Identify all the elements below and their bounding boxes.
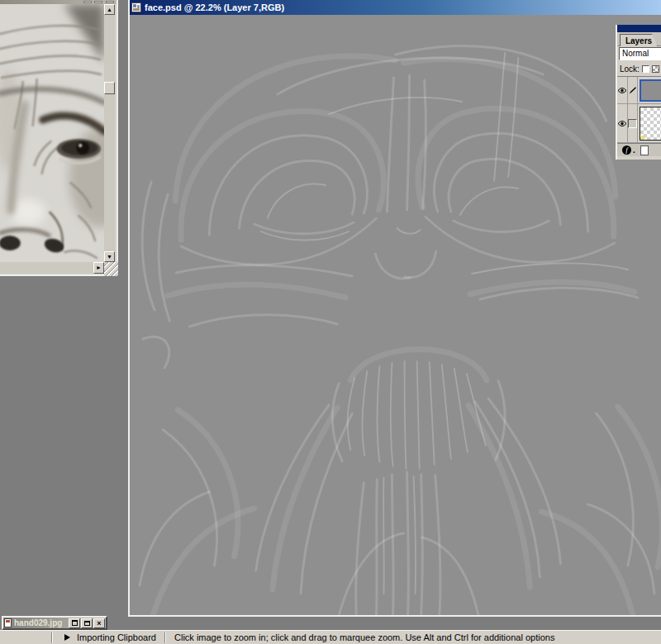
layer-row[interactable] bbox=[617, 104, 661, 143]
maximize-button[interactable] bbox=[81, 618, 93, 628]
eye-icon bbox=[617, 87, 627, 94]
fx-dot: . bbox=[633, 145, 635, 155]
scroll-down-arrow-icon[interactable]: ▼ bbox=[104, 251, 115, 262]
layers-palette: Layers Normal Lock: bbox=[616, 25, 661, 160]
vertical-scrollbar[interactable]: ▲ ▼ bbox=[104, 4, 115, 262]
lock-row: Lock: bbox=[617, 62, 661, 76]
active-paint-indicator bbox=[628, 77, 638, 103]
layer-row-selected[interactable] bbox=[617, 77, 661, 104]
status-bar: Importing Clipboard Click image to zoom … bbox=[0, 630, 661, 644]
layer-thumbnail-selected[interactable] bbox=[640, 79, 661, 102]
jpg-file-icon bbox=[4, 618, 12, 627]
status-separator bbox=[164, 632, 166, 643]
reference-image-window: ▲ ▼ ► bbox=[0, 0, 118, 276]
tab-layers[interactable]: Layers bbox=[620, 34, 658, 46]
close-button[interactable]: × bbox=[93, 618, 105, 628]
lock-label: Lock: bbox=[620, 64, 640, 74]
old-man-face-photo bbox=[0, 4, 104, 262]
minimized-document-window[interactable]: hand029.jpg × bbox=[2, 616, 107, 630]
document-canvas[interactable] bbox=[130, 15, 661, 615]
status-tool-text: Importing Clipboard bbox=[77, 632, 161, 642]
lock-transparency-checkbox[interactable] bbox=[642, 65, 649, 73]
document-window: face.psd @ 22.2% (Layer 7,RGB) bbox=[128, 0, 661, 617]
scroll-up-arrow-icon[interactable]: ▲ bbox=[104, 4, 115, 15]
empty-link-box bbox=[628, 119, 637, 128]
minimize-button[interactable] bbox=[83, 1, 92, 3]
document-titlebar[interactable]: face.psd @ 22.2% (Layer 7,RGB) bbox=[130, 0, 661, 15]
thumbnail-paint-speck bbox=[641, 136, 645, 139]
blend-mode-row: Normal bbox=[617, 46, 661, 62]
transparency-checker-icon bbox=[652, 65, 659, 73]
desktop: face.psd @ 22.2% (Layer 7,RGB) bbox=[0, 0, 661, 644]
horizontal-scrollbar[interactable]: ► bbox=[0, 262, 104, 274]
palette-titlebar[interactable] bbox=[617, 25, 661, 32]
layer-visibility-toggle[interactable] bbox=[617, 104, 628, 142]
new-layer-button[interactable] bbox=[640, 145, 649, 155]
layer-thumbnail-cell[interactable] bbox=[638, 77, 661, 103]
paintbrush-icon bbox=[628, 86, 637, 95]
restore-button[interactable] bbox=[69, 618, 80, 628]
layer-style-fx-button[interactable]: f bbox=[622, 145, 631, 155]
close-button[interactable] bbox=[106, 1, 114, 3]
status-hint-text: Click image to zoom in; click and drag t… bbox=[169, 632, 554, 642]
minimized-window-title: hand029.jpg bbox=[14, 618, 68, 627]
psd-file-icon bbox=[131, 2, 141, 12]
window-resize-grip[interactable] bbox=[104, 262, 118, 276]
layer-thumbnail-transparent[interactable] bbox=[640, 107, 661, 141]
face-sketch-drawing bbox=[130, 15, 661, 615]
vertical-scroll-thumb[interactable] bbox=[104, 82, 115, 94]
document-title: face.psd @ 22.2% (Layer 7,RGB) bbox=[145, 2, 284, 12]
maximize-button[interactable] bbox=[94, 1, 102, 3]
palette-tab-row: Layers bbox=[617, 32, 661, 46]
palette-footer: f . bbox=[617, 143, 661, 156]
status-separator bbox=[51, 632, 53, 643]
reference-photo[interactable] bbox=[0, 4, 104, 262]
eye-icon bbox=[617, 120, 627, 127]
restore-icon bbox=[72, 620, 78, 626]
scroll-right-arrow-icon[interactable]: ► bbox=[93, 262, 104, 274]
layer-visibility-toggle[interactable] bbox=[617, 77, 628, 103]
maximize-icon bbox=[84, 621, 90, 626]
blend-mode-select[interactable]: Normal bbox=[619, 47, 661, 60]
link-indicator-empty[interactable] bbox=[628, 104, 638, 142]
layer-thumbnail-cell[interactable] bbox=[638, 104, 661, 142]
status-play-arrow-icon[interactable] bbox=[64, 634, 70, 641]
